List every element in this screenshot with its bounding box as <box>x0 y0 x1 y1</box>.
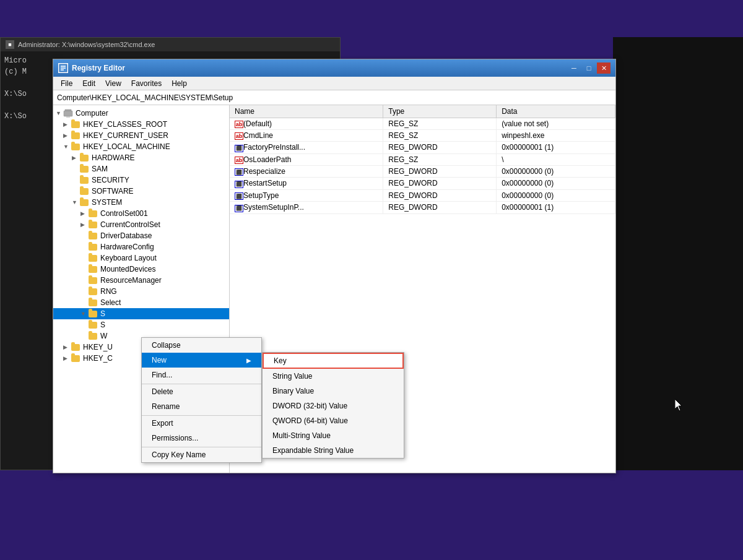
context-menu-export[interactable]: Export <box>142 415 261 431</box>
expand-arrow-empty: ▶ <box>80 244 88 250</box>
tree-label: CurrentControlSet <box>100 220 160 229</box>
folder-icon <box>79 165 89 173</box>
tree-driverdatabase[interactable]: ▶ DriverDatabase <box>53 230 229 241</box>
tree-label: HKEY_LOCAL_MACHINE <box>83 142 170 151</box>
menu-file[interactable]: File <box>56 78 77 89</box>
folder-icon <box>71 142 80 151</box>
table-row: ⬛Respecialize REG_DWORD 0x00000000 (0) <box>230 165 615 178</box>
row-data: 0x00000001 (1) <box>497 202 615 214</box>
folder-icon <box>88 231 98 240</box>
tree-hkey-classes-root[interactable]: ▶ HKEY_CLASSES_ROOT <box>53 119 229 130</box>
context-menu-permissions[interactable]: Permissions... <box>142 431 261 446</box>
tree-label: DriverDatabase <box>100 231 152 240</box>
tree-resourcemanager[interactable]: ▶ ResourceManager <box>53 275 229 286</box>
submenu-qword-value[interactable]: QWORD (64-bit) Value <box>263 413 404 428</box>
tree-s2[interactable]: ▶ S <box>53 319 229 330</box>
tree-label: HKEY_U <box>83 343 113 351</box>
submenu-binary-value[interactable]: Binary Value <box>263 384 404 398</box>
tree-system[interactable]: ▼ SYSTEM <box>53 197 229 208</box>
row-data: winpeshl.exe <box>497 130 615 142</box>
cmd-title: Administrator: X:\windows\system32\cmd.e… <box>18 41 155 48</box>
tree-sam[interactable]: ▶ SAM <box>53 163 229 174</box>
reg-dword-icon: ⬛ <box>235 168 243 176</box>
row-name: ⬛Respecialize <box>230 165 383 178</box>
tree-mounteddevices[interactable]: ▶ MountedDevices <box>53 264 229 275</box>
delete-label: Delete <box>152 387 173 396</box>
tree-label: Select <box>100 298 121 307</box>
expandable-string-label: Expandable String Value <box>272 446 354 455</box>
permissions-label: Permissions... <box>152 434 198 442</box>
svg-rect-3 <box>61 69 64 71</box>
tree-select[interactable]: ▶ Select <box>53 297 229 308</box>
tree-label: Keyboard Layout <box>100 254 157 262</box>
tree-label: HKEY_C <box>83 354 113 363</box>
submenu-key[interactable]: Key <box>263 353 404 369</box>
reg-sz-icon: ab <box>235 157 243 164</box>
svg-marker-7 <box>675 399 682 411</box>
expand-arrow-empty: ▶ <box>72 188 79 194</box>
row-data: (value not set) <box>497 118 615 130</box>
tree-hardware[interactable]: ▶ HARDWARE <box>53 152 229 163</box>
tree-label-computer: Computer <box>76 109 108 118</box>
row-name: abOsLoaderPath <box>230 153 383 165</box>
close-button[interactable]: ✕ <box>597 62 610 74</box>
menu-edit[interactable]: Edit <box>77 78 100 89</box>
tree-security[interactable]: ▶ SECURITY <box>53 174 229 186</box>
folder-icon <box>88 332 98 340</box>
reg-dword-icon: ⬛ <box>235 181 243 188</box>
context-menu-copy-key[interactable]: Copy Key Name <box>142 447 261 462</box>
address-text: Computer\HKEY_LOCAL_MACHINE\SYSTEM\Setup <box>57 93 233 102</box>
submenu-string-value[interactable]: String Value <box>263 369 404 384</box>
row-data: 0x00000000 (0) <box>497 165 615 178</box>
maximize-button[interactable]: □ <box>582 62 596 74</box>
context-menu: Collapse New ▶ Find... Delete Rename Exp… <box>141 337 262 463</box>
folder-icon <box>88 243 98 251</box>
tree-label: RNG <box>100 287 117 296</box>
context-menu-collapse[interactable]: Collapse <box>142 338 261 353</box>
menu-favorites[interactable]: Favorites <box>126 78 167 89</box>
tree-hardwareconfig[interactable]: ▶ HardwareConfig <box>53 241 229 252</box>
reg-sz-icon: ab <box>235 121 243 128</box>
row-name: ⬛SystemSetupInP... <box>230 202 383 214</box>
menu-help[interactable]: Help <box>167 78 192 89</box>
tree-software[interactable]: ▶ SOFTWARE <box>53 186 229 197</box>
context-menu-delete[interactable]: Delete <box>142 384 261 399</box>
tree-computer[interactable]: ▼ Computer <box>53 108 229 119</box>
address-bar: Computer\HKEY_LOCAL_MACHINE\SYSTEM\Setup <box>53 90 615 105</box>
expand-arrow-empty: ▶ <box>80 322 88 328</box>
tree-setup-selected[interactable]: ▼ S <box>53 308 229 319</box>
tree-controlset001[interactable]: ▶ ControlSet001 <box>53 208 229 219</box>
context-menu-rename[interactable]: Rename <box>142 399 261 414</box>
tree-hkey-current-user[interactable]: ▶ HKEY_CURRENT_USER <box>53 130 229 141</box>
folder-icon <box>88 298 98 307</box>
table-row: ⬛SystemSetupInP... REG_DWORD 0x00000001 … <box>230 202 615 214</box>
tree-label: HKEY_CURRENT_USER <box>83 131 168 140</box>
submenu-expandable-string-value[interactable]: Expandable String Value <box>263 443 404 458</box>
tree-currentcontrolset[interactable]: ▶ CurrentControlSet <box>53 219 229 230</box>
context-menu-find[interactable]: Find... <box>142 368 261 382</box>
folder-icon <box>88 254 98 262</box>
row-data: 0x00000001 (1) <box>497 142 615 154</box>
tree-rng[interactable]: ▶ RNG <box>53 286 229 297</box>
tree-keyboard-layout[interactable]: ▶ Keyboard Layout <box>53 252 229 264</box>
tree-label: HardwareConfig <box>100 243 154 251</box>
new-label: New <box>152 356 167 364</box>
expand-arrow-empty: ▶ <box>80 255 88 261</box>
tree-hkey-local-machine[interactable]: ▼ HKEY_LOCAL_MACHINE <box>53 141 229 152</box>
table-row: ⬛SetupType REG_DWORD 0x00000000 (0) <box>230 189 615 202</box>
submenu-dword-value[interactable]: DWORD (32-bit) Value <box>263 398 404 413</box>
folder-icon <box>71 354 80 363</box>
row-data: 0x00000000 (0) <box>497 189 615 202</box>
regedit-title: Registry Editor <box>72 64 563 72</box>
expand-arrow: ▼ <box>56 110 63 116</box>
minimize-button[interactable]: ─ <box>567 62 581 74</box>
folder-icon <box>79 153 89 162</box>
tree-label: HARDWARE <box>92 153 135 162</box>
menu-view[interactable]: View <box>100 78 126 89</box>
submenu-multistring-value[interactable]: Multi-String Value <box>263 428 404 443</box>
context-menu-new[interactable]: New ▶ <box>142 353 261 368</box>
copy-key-label: Copy Key Name <box>152 450 206 459</box>
expand-arrow-empty: ▶ <box>72 177 79 183</box>
reg-dword-icon: ⬛ <box>235 205 243 212</box>
folder-icon <box>88 276 98 285</box>
